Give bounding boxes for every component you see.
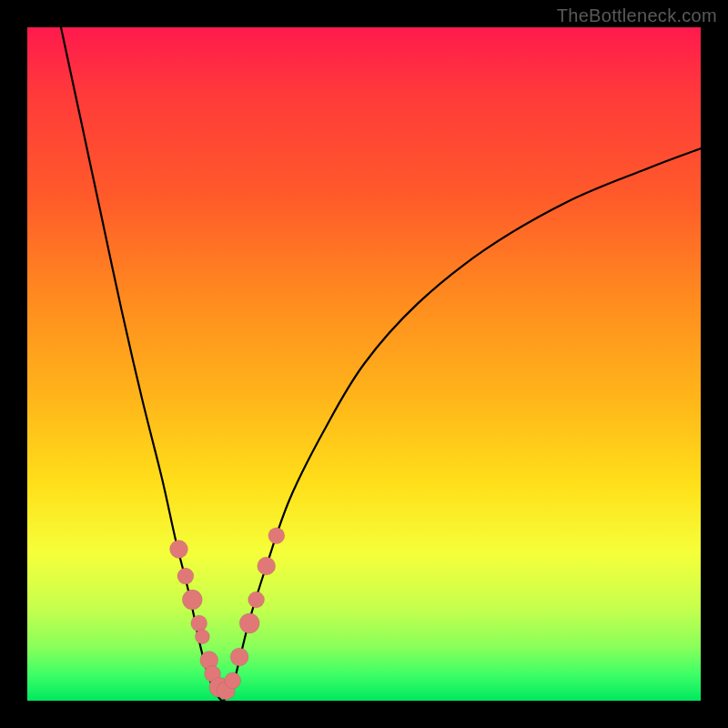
scatter-dot (230, 648, 248, 666)
scatter-dot (248, 592, 265, 608)
scatter-dot (268, 528, 285, 544)
curve-left (61, 27, 213, 687)
watermark-text: TheBottleneck.com (557, 5, 717, 26)
scatter-dot (177, 568, 194, 584)
scatter-markers (170, 528, 285, 700)
scatter-dot (195, 630, 209, 644)
plot-svg (27, 27, 701, 701)
scatter-dot (239, 613, 259, 633)
chart-frame: TheBottleneck.com (0, 0, 728, 728)
scatter-dot (191, 615, 207, 632)
plot-area (27, 27, 701, 701)
curve-right (233, 148, 701, 687)
scatter-dot (225, 672, 241, 689)
scatter-dot (170, 541, 188, 559)
scatter-dot (182, 590, 202, 610)
scatter-dot (258, 557, 276, 575)
